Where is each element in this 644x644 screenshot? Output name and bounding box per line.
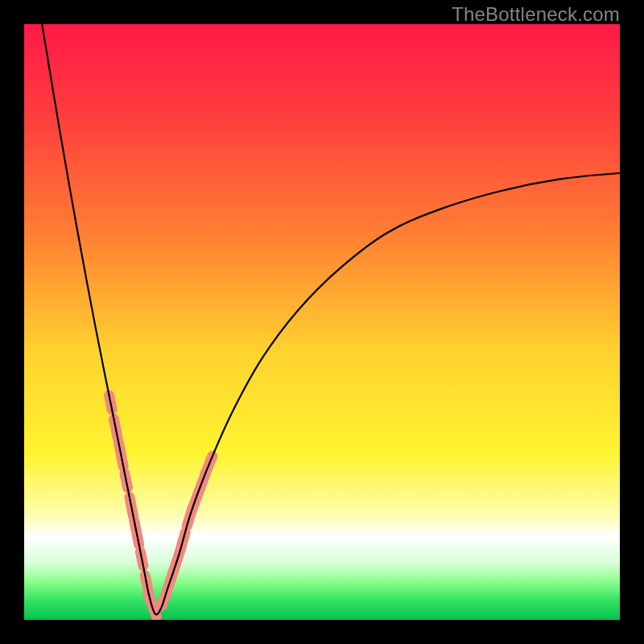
chart-frame: TheBottleneck.com [0, 0, 644, 644]
watermark-text: TheBottleneck.com [452, 3, 620, 26]
plot-svg [24, 24, 620, 620]
plot-area [24, 24, 620, 620]
gradient-background [24, 24, 620, 620]
